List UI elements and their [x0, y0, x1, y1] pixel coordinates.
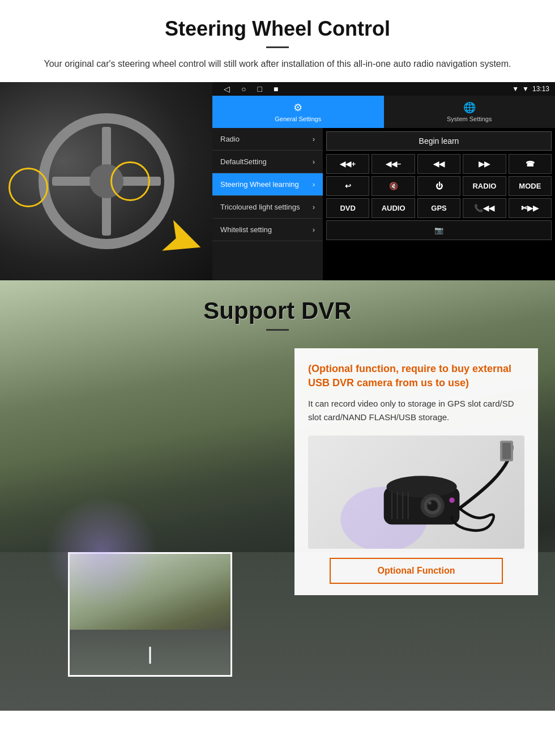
ctrl-phone[interactable]: ☎ — [509, 154, 552, 174]
ctrl-row-4: 📷 — [326, 220, 552, 240]
dvr-product-image — [308, 435, 524, 549]
dvr-header: Support DVR — [0, 280, 555, 331]
nav-home-icon[interactable]: ○ — [241, 84, 246, 93]
ctrl-vol-down[interactable]: ◀◀− — [372, 154, 415, 174]
steering-content-area: ➤ ◁ ○ □ ■ ▼ ▼ 13:13 ⚙ General Settings 🌐 — [0, 82, 555, 280]
tab-system-settings[interactable]: 🌐 System Settings — [384, 96, 556, 128]
ctrl-cut-next[interactable]: ✄▶▶ — [509, 198, 552, 218]
status-time: 13:13 — [532, 85, 549, 93]
menu-default-chevron-icon: › — [313, 157, 315, 166]
section1-description: Your original car's steering wheel contr… — [34, 57, 521, 71]
ctrl-row-1: ◀◀+ ◀◀− ◀◀ ▶▶ ☎ — [326, 154, 552, 174]
begin-learn-button[interactable]: Begin learn — [326, 131, 552, 151]
settings-globe-icon: 🌐 — [463, 101, 476, 114]
tab-general-settings[interactable]: ⚙ General Settings — [212, 96, 384, 128]
ctrl-next[interactable]: ▶▶ — [463, 154, 506, 174]
dvr-thumb-road — [70, 630, 230, 675]
ctrl-row-3: DVD AUDIO GPS 📞◀◀ ✄▶▶ — [326, 198, 552, 218]
nav-recent-icon[interactable]: □ — [257, 84, 262, 93]
ctrl-gps[interactable]: GPS — [417, 198, 460, 218]
menu-item-radio[interactable]: Radio › — [212, 128, 323, 151]
dvr-divider — [266, 329, 289, 331]
steering-wheel — [39, 113, 174, 249]
signal-icon: ▼ — [522, 85, 529, 93]
tab-system-label: System Settings — [447, 116, 492, 122]
menu-steering-label: Steering Wheel learning — [220, 180, 299, 189]
android-ui-panel: ◁ ○ □ ■ ▼ ▼ 13:13 ⚙ General Settings 🌐 S… — [212, 82, 555, 280]
menu-radio-label: Radio — [220, 135, 240, 143]
menu-steering-chevron-icon: › — [313, 180, 315, 189]
ctrl-mute[interactable]: 🔇 — [372, 176, 415, 196]
dvr-info-title: (Optional function, require to buy exter… — [308, 362, 524, 390]
menu-whitelist-chevron-icon: › — [313, 225, 315, 234]
section1-divider — [266, 46, 289, 48]
ctrl-radio[interactable]: RADIO — [463, 176, 506, 196]
ctrl-row-2: ↩ 🔇 ⏻ RADIO MODE — [326, 176, 552, 196]
dvr-thumb-road-line — [150, 647, 151, 664]
android-body: Radio › DefaultSetting › Steering Wheel … — [212, 128, 555, 280]
android-tabs: ⚙ General Settings 🌐 System Settings — [212, 96, 555, 128]
dvr-light-beam — [45, 496, 159, 609]
dvr-camera-svg — [308, 435, 524, 549]
begin-learn-row: Begin learn — [326, 131, 552, 151]
menu-default-label: DefaultSetting — [220, 157, 267, 166]
menu-whitelist-label: Whitelist setting — [220, 225, 272, 234]
android-status-bar: ◁ ○ □ ■ ▼ ▼ 13:13 — [212, 82, 555, 96]
tab-general-label: General Settings — [275, 116, 321, 122]
steering-section: Steering Wheel Control Your original car… — [0, 0, 555, 71]
svg-point-11 — [449, 498, 455, 503]
control-button-grid: ◀◀+ ◀◀− ◀◀ ▶▶ ☎ ↩ 🔇 ⏻ RADIO MODE DV — [326, 154, 552, 240]
steering-photo: ➤ — [0, 82, 212, 280]
nav-menu-icon[interactable]: ■ — [274, 84, 278, 93]
sw-highlight-right — [110, 161, 150, 201]
section1-title: Steering Wheel Control — [23, 17, 532, 41]
nav-back-icon[interactable]: ◁ — [224, 84, 230, 93]
svg-point-10 — [428, 502, 432, 505]
menu-item-whitelist[interactable]: Whitelist setting › — [212, 219, 323, 241]
ctrl-mode[interactable]: MODE — [509, 176, 552, 196]
menu-item-steering-learning[interactable]: Steering Wheel learning › — [212, 173, 323, 196]
dvr-section: Support DVR (Optional function, require … — [0, 280, 555, 711]
ctrl-power[interactable]: ⏻ — [417, 176, 460, 196]
menu-tricolour-chevron-icon: › — [313, 203, 315, 211]
ctrl-dvd[interactable]: DVD — [326, 198, 369, 218]
sw-highlight-left — [8, 168, 48, 207]
ctrl-hangup[interactable]: ↩ — [326, 176, 369, 196]
dvr-info-description: It can record video only to storage in G… — [308, 397, 524, 424]
ctrl-prev[interactable]: ◀◀ — [417, 154, 460, 174]
menu-tricolour-label: Tricoloured light settings — [220, 203, 300, 211]
android-nav-buttons: ◁ ○ □ ■ — [218, 84, 278, 93]
ctrl-phone-prev[interactable]: 📞◀◀ — [463, 198, 506, 218]
android-control-area: Begin learn ◀◀+ ◀◀− ◀◀ ▶▶ ☎ ↩ 🔇 ⏻ RADIO — [323, 128, 555, 280]
steering-photo-bg: ➤ — [0, 82, 212, 280]
ctrl-vol-up[interactable]: ◀◀+ — [326, 154, 369, 174]
ctrl-audio[interactable]: AUDIO — [372, 198, 415, 218]
wifi-icon: ▼ — [512, 85, 519, 93]
dvr-info-card: (Optional function, require to buy exter… — [294, 348, 538, 595]
section2-title: Support DVR — [0, 297, 555, 324]
optional-function-button[interactable]: Optional Function — [330, 558, 503, 584]
android-menu-list: Radio › DefaultSetting › Steering Wheel … — [212, 128, 323, 280]
menu-item-default[interactable]: DefaultSetting › — [212, 151, 323, 173]
menu-radio-chevron-icon: › — [313, 135, 315, 143]
settings-gear-icon: ⚙ — [293, 101, 302, 114]
ctrl-camera[interactable]: 📷 — [326, 220, 552, 240]
svg-rect-13 — [502, 443, 511, 459]
menu-item-tricolour[interactable]: Tricoloured light settings › — [212, 196, 323, 219]
